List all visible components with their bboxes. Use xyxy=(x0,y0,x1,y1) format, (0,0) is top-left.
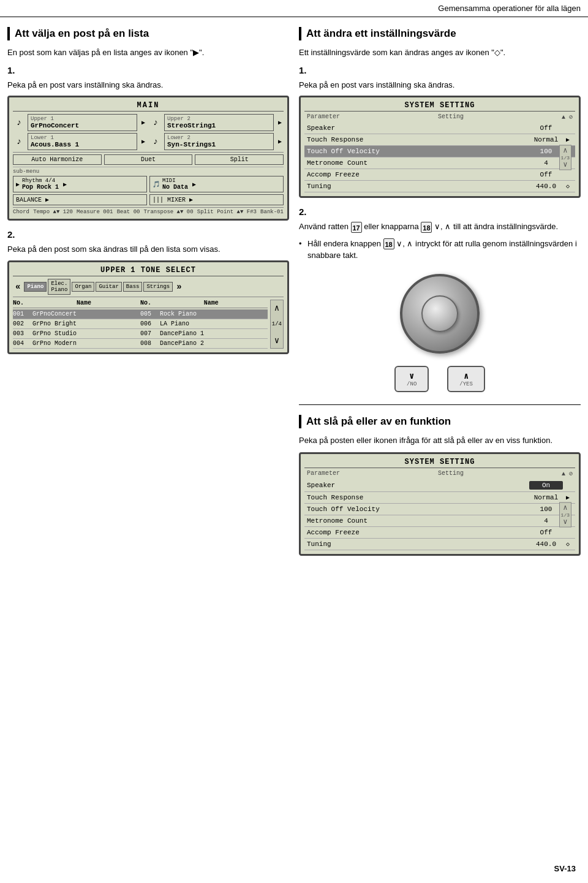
tone-scroll-up[interactable]: ∧ xyxy=(274,303,279,313)
mixer-box[interactable]: ||| MIXER ▶ xyxy=(149,194,284,205)
sys-page-down-1[interactable]: ∨ xyxy=(563,161,567,169)
tone-list-header: No. Name No. Name xyxy=(13,300,268,308)
tone-row-2[interactable]: 002 GrPno Bright 006 LA Piano xyxy=(13,319,268,329)
touch-response-arrow-1: ▶ xyxy=(563,136,573,143)
dial-container xyxy=(391,274,489,354)
touch-response-label-2: Touch Response xyxy=(307,494,529,501)
tone-num-001: 001 xyxy=(13,311,32,317)
sys-page-up-1[interactable]: ∧ xyxy=(563,147,567,154)
main-upper2-box[interactable]: Upper 2 StreoString1 xyxy=(164,114,274,131)
main-upper1-box[interactable]: Upper 1 GrPnoConcert xyxy=(28,114,137,131)
tone-cat-next[interactable]: » xyxy=(174,282,184,292)
sys-row-accomp-2[interactable]: Accomp Freeze Off xyxy=(304,527,575,539)
left-step2-desc: Peka på den post som ska ändras till på … xyxy=(7,243,289,256)
tempo-val: 120 xyxy=(63,209,73,215)
sys-row-touch-1[interactable]: Touch Response Normal ▶ xyxy=(304,134,575,146)
tempo-group: Tempo ▲▼ 120 xyxy=(33,209,73,215)
tone-cat-guitar[interactable]: Guitar xyxy=(96,282,121,292)
transpose-val: 00 xyxy=(187,209,194,215)
main-icon-lower2: ♪ xyxy=(149,133,162,150)
tone-cat-organ[interactable]: Organ xyxy=(72,282,94,292)
duet-btn[interactable]: Duet xyxy=(104,154,193,165)
main-upper1-arrow: ▶ xyxy=(140,114,147,131)
tone-cat-elec-piano[interactable]: Elec.Piano xyxy=(48,279,70,295)
sys-screen2-title: SYSTEM SETTING xyxy=(304,458,575,468)
tone-row-3[interactable]: 003 GrPno Studio 007 DancePiano 1 xyxy=(13,329,268,339)
balance-box[interactable]: BALANCE ▶ xyxy=(13,194,147,205)
tuning-label-2: Tuning xyxy=(307,540,529,548)
main-lower2-box[interactable]: Lower 2 Syn-Strings1 xyxy=(164,133,274,150)
measure-label: Measure xyxy=(77,209,100,215)
sys-row-tuning-1[interactable]: Tuning 440.0 ◇ xyxy=(304,181,575,192)
midi-label: MIDI xyxy=(162,178,188,184)
setting-header-1: Setting xyxy=(438,113,464,121)
tone-name-004: GrPno Modern xyxy=(32,340,140,347)
main-top-row-upper: ♪ Upper 1 GrPnoConcert ▶ ♪ Upper 2 Streo… xyxy=(13,114,284,131)
sys-row-tuning-2[interactable]: Tuning 440.0 ◇ xyxy=(304,539,575,550)
tone-cat-bass[interactable]: Bass xyxy=(123,282,143,292)
rhythm-box[interactable]: ▶ Rhythm 4/4 Pop Rock 1 ▶ xyxy=(13,176,147,192)
speaker-value-2: On xyxy=(529,481,563,490)
tone-scroll-down[interactable]: ∨ xyxy=(274,335,279,346)
midi-icon: 🎵 xyxy=(153,181,160,188)
left-step2-label: 2. xyxy=(7,229,289,240)
reg-val: Bank-01 xyxy=(260,209,284,215)
step2-text1: Använd ratten xyxy=(299,222,351,231)
tone-row-4[interactable]: 004 GrPno Modern 008 DancePiano 2 xyxy=(13,339,268,349)
param-header-2: Parameter xyxy=(307,470,340,477)
left-column: Att välja en post på en lista En post so… xyxy=(7,27,289,564)
tone-name-001: GrPnoConcert xyxy=(32,311,140,317)
split-btn[interactable]: Split xyxy=(195,154,284,165)
col1-header: No. xyxy=(13,300,77,306)
tone-cat-piano[interactable]: Piano xyxy=(24,282,47,292)
bullet-icon-ref: 18 xyxy=(383,238,394,249)
sys-row-metro-1[interactable]: Metronome Count 4 ◇ xyxy=(304,157,575,169)
sys-row-metro-2[interactable]: Metronome Count 4 ◇ xyxy=(304,515,575,527)
button-icon-ref: 18 xyxy=(421,222,432,233)
tone-page-indicator: 1/4 xyxy=(272,321,282,327)
midi-arrow: ▶ xyxy=(190,181,198,188)
sys-row-touch-2[interactable]: Touch Response Normal ▶ xyxy=(304,492,575,504)
split-group: Split Point ▲▼ F#3 xyxy=(197,209,257,215)
dial-outer[interactable] xyxy=(400,274,480,354)
transpose-label: Transpose xyxy=(144,209,174,215)
tone-name-002: GrPno Bright xyxy=(32,320,140,327)
sys-page-up-2[interactable]: ∧ xyxy=(563,504,567,512)
bullet-text1: Håll endera knappen xyxy=(307,239,383,248)
tone-row-1[interactable]: 001 GrPnoConcert 005 Rock Piano xyxy=(13,309,268,319)
sys-page-down-2[interactable]: ∨ xyxy=(563,518,567,526)
step2-text3: ∨, ∧ till att ändra inställningsvärde. xyxy=(434,222,558,231)
tov-value-2: 100 xyxy=(529,506,563,513)
dial-icon-ref: 17 xyxy=(351,222,362,233)
midi-box[interactable]: 🎵 MIDI No Data ▶ xyxy=(149,176,284,192)
right-step2-label: 2. xyxy=(299,207,581,217)
sys-row-speaker-1[interactable]: Speaker Off xyxy=(304,123,575,134)
metro-label-1: Metronome Count xyxy=(307,159,529,167)
sys-screen1-title: SYSTEM SETTING xyxy=(304,101,575,112)
tone-cat-strings[interactable]: Strings xyxy=(143,282,173,292)
sys-row-tov-2[interactable]: Touch Off Velocity 100 ◇ xyxy=(304,504,575,515)
step2-text2: eller knapparna xyxy=(364,222,421,231)
col4-header: Name xyxy=(204,300,268,306)
left-section-subtitle: En post som kan väljas på en lista anges… xyxy=(7,47,289,59)
no-label: /NO xyxy=(407,381,417,387)
sys-row-tov-1[interactable]: Touch Off Velocity 100 ◇ xyxy=(304,146,575,157)
tone-screen-title: UPPER 1 TONE SELECT xyxy=(13,266,284,276)
speaker-label-2: Speaker xyxy=(307,482,529,489)
page-footer: SV-13 xyxy=(554,864,576,873)
col3-header: No. xyxy=(140,300,204,306)
transpose-group: Transpose ▲▼ 00 xyxy=(144,209,194,215)
yes-button[interactable]: ∧ /YES xyxy=(447,366,485,392)
sys-row-speaker-2[interactable]: Speaker On xyxy=(304,479,575,492)
sys-header-row-2: Parameter Setting ▲ ⊘ xyxy=(304,469,575,478)
tone-name-007: DancePiano 1 xyxy=(160,330,268,337)
auto-harmonize-btn[interactable]: Auto Harmonize xyxy=(13,154,102,165)
accomp-value-1: Off xyxy=(529,171,563,178)
midi-name: No Data xyxy=(162,184,188,191)
left-step1-desc: Peka på en post vars inställning ska änd… xyxy=(7,79,289,91)
main-lower1-box[interactable]: Lower 1 Acous.Bass 1 xyxy=(28,133,137,150)
sys-row-accomp-1[interactable]: Accomp Freeze Off xyxy=(304,169,575,181)
no-button[interactable]: ∨ /NO xyxy=(394,366,429,392)
measure-group: Measure 001 xyxy=(77,209,113,215)
tone-cat-prev[interactable]: « xyxy=(13,282,23,292)
